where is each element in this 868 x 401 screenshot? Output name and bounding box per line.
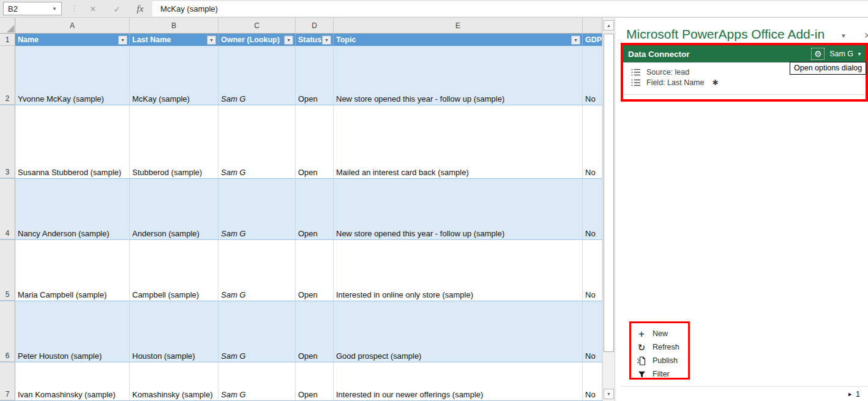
row-header-7[interactable]: 7 xyxy=(0,362,15,400)
cell-name[interactable]: Susanna Stubberod (sample) xyxy=(15,105,130,178)
taskpane-close-icon[interactable]: ✕ xyxy=(864,31,868,40)
row-header-3[interactable]: 3 xyxy=(0,105,15,178)
cell-topic[interactable]: Interested in online only store (sample) xyxy=(334,240,583,301)
cell-owner[interactable]: Sam G xyxy=(219,46,296,105)
publish-label: Publish xyxy=(653,356,678,365)
row-header-1[interactable]: 1 xyxy=(0,34,15,46)
vertical-scrollbar[interactable]: ▲ ▼ xyxy=(602,18,615,401)
cell-status[interactable]: Open xyxy=(296,301,334,362)
field-label: Field: Last Name xyxy=(646,78,704,87)
table-header-gdpr-partial[interactable]: GDPR xyxy=(583,34,602,46)
cell-topic[interactable]: Interested in our newer offerings (sampl… xyxy=(334,362,583,400)
formula-bar: B2 ▼ ⋮ × ✓ fx McKay (sample) xyxy=(0,0,868,18)
table-header-topic[interactable]: Topic ▼ xyxy=(334,34,583,46)
user-dropdown[interactable]: Sam G xyxy=(829,50,853,58)
cell-last-name[interactable]: Houston (sample) xyxy=(130,301,219,362)
list-icon xyxy=(631,79,641,86)
column-header-d[interactable]: D xyxy=(296,18,334,34)
name-box[interactable]: B2 ▼ xyxy=(3,2,62,15)
publish-button[interactable]: Publish xyxy=(637,354,688,367)
cell-status[interactable]: Open xyxy=(296,105,334,178)
data-connector-title: Data Connector xyxy=(628,50,811,59)
filter-dropdown-button[interactable]: ▼ xyxy=(571,36,580,45)
filter-dropdown-button[interactable]: ▼ xyxy=(207,36,216,45)
cell-owner[interactable]: Sam G xyxy=(219,301,296,362)
cell-gdpr[interactable]: No xyxy=(583,179,602,239)
table-header-last-name[interactable]: Last Name ▼ xyxy=(130,34,219,46)
cell-name[interactable]: Yvonne McKay (sample) xyxy=(15,46,130,105)
filter-dropdown-button[interactable]: ▼ xyxy=(284,36,293,45)
cell-topic[interactable]: New store opened this year - follow up (… xyxy=(334,179,583,239)
cell-last-name[interactable]: Stubberod (sample) xyxy=(130,105,219,178)
cell-status[interactable]: Open xyxy=(296,362,334,400)
filter-dropdown-button[interactable]: ▼ xyxy=(322,36,331,45)
filter-button[interactable]: Filter xyxy=(637,367,688,381)
cancel-icon[interactable]: × xyxy=(86,2,100,15)
new-label: New xyxy=(653,329,668,338)
scroll-down-icon[interactable]: ▼ xyxy=(604,389,614,399)
divider xyxy=(621,386,868,387)
column-header-e[interactable]: E xyxy=(334,18,583,34)
table-header-owner[interactable]: Owner (Lookup) ▼ xyxy=(219,34,296,46)
cell-status[interactable]: Open xyxy=(296,46,334,105)
insert-function-icon[interactable]: fx xyxy=(133,2,147,15)
next-page-icon[interactable]: ► xyxy=(847,391,853,397)
formula-value: McKay (sample) xyxy=(160,4,218,13)
table-header-status[interactable]: Status ▼ xyxy=(296,34,334,46)
cell-owner[interactable]: Sam G xyxy=(219,240,296,301)
cell-last-name[interactable]: McKay (sample) xyxy=(130,46,219,105)
scrollbar-thumb[interactable] xyxy=(604,34,614,352)
cell-name[interactable]: Peter Houston (sample) xyxy=(15,301,130,362)
formula-bar-handle-icon[interactable]: ⋮ xyxy=(71,4,78,12)
column-header-b[interactable]: B xyxy=(130,18,219,34)
scroll-up-icon[interactable]: ▲ xyxy=(604,20,614,31)
cell-topic[interactable]: Mailed an interest card back (sample) xyxy=(334,105,583,178)
filter-caret-icon: ▼ xyxy=(209,38,214,42)
cell-last-name[interactable]: Campbell (sample) xyxy=(130,240,219,301)
cell-status[interactable]: Open xyxy=(296,179,334,239)
cell-owner[interactable]: Sam G xyxy=(219,179,296,239)
cell-last-name[interactable]: Anderson (sample) xyxy=(130,179,219,239)
cell-gdpr[interactable]: No xyxy=(583,362,602,400)
table-row: 5 Maria Campbell (sample) Campbell (samp… xyxy=(0,240,602,301)
cell-topic[interactable]: Good prospect (sample) xyxy=(334,301,583,362)
select-all-button[interactable] xyxy=(0,18,15,34)
filter-caret-icon: ▼ xyxy=(286,38,291,42)
cell-owner[interactable]: Sam G xyxy=(219,362,296,400)
column-header-c[interactable]: C xyxy=(219,18,296,34)
new-button[interactable]: + New xyxy=(637,327,688,340)
annotation-box-actions: + New ↻ Refresh Publish Filter xyxy=(629,321,690,380)
filter-caret-icon: ▼ xyxy=(574,38,578,42)
row-header-2[interactable]: 2 xyxy=(0,46,15,105)
row-header-6[interactable]: 6 xyxy=(0,301,15,362)
row-header-4[interactable]: 4 xyxy=(0,179,15,239)
table-row: 3 Susanna Stubberod (sample) Stubberod (… xyxy=(0,105,602,179)
cell-gdpr[interactable]: No xyxy=(583,240,602,301)
cell-gdpr[interactable]: No xyxy=(583,46,602,105)
cell-gdpr[interactable]: No xyxy=(583,301,602,362)
cell-status[interactable]: Open xyxy=(296,240,334,301)
cell-name[interactable]: Maria Campbell (sample) xyxy=(15,240,130,301)
column-header-a[interactable]: A xyxy=(15,18,130,34)
filter-dropdown-button[interactable]: ▼ xyxy=(118,36,127,45)
name-box-caret-icon[interactable]: ▼ xyxy=(52,6,57,12)
enter-icon[interactable]: ✓ xyxy=(110,2,124,15)
tooltip: Open options dialog xyxy=(790,62,866,75)
user-caret-icon[interactable]: ▼ xyxy=(857,51,862,57)
cell-last-name[interactable]: Komashinsky (sample) xyxy=(130,362,219,400)
row-header-5[interactable]: 5 xyxy=(0,240,15,301)
column-header-f[interactable] xyxy=(583,18,602,34)
select-all-icon xyxy=(7,25,14,32)
formula-input[interactable]: McKay (sample) xyxy=(152,1,868,17)
cell-gdpr[interactable]: No xyxy=(583,105,602,178)
cell-name[interactable]: Ivan Komashinsky (sample) xyxy=(15,362,130,400)
options-button[interactable]: ⚙ xyxy=(811,48,825,60)
cell-name[interactable]: Nancy Anderson (sample) xyxy=(15,179,130,239)
cell-owner[interactable]: Sam G xyxy=(219,105,296,178)
table-row: 7 Ivan Komashinsky (sample) Komashinsky … xyxy=(0,362,602,401)
table-header-row: 1 Name ▼ Last Name ▼ Owner (Lookup) ▼ St… xyxy=(0,34,602,46)
taskpane-menu-caret-icon[interactable]: ▼ xyxy=(840,32,847,39)
table-header-name[interactable]: Name ▼ xyxy=(15,34,130,46)
refresh-button[interactable]: ↻ Refresh xyxy=(637,340,688,354)
cell-topic[interactable]: New store opened this year - follow up (… xyxy=(334,46,583,105)
